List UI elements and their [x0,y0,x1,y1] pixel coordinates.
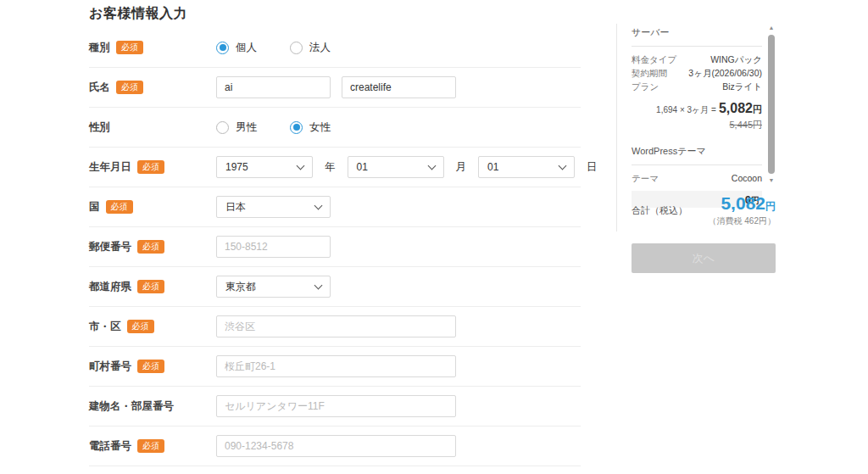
row-label: テーマ [632,172,659,185]
town-input[interactable] [216,355,456,377]
city-control [216,315,456,337]
form-row-town: 町村番号 必須 [89,347,581,387]
required-badge: 必須 [137,240,164,254]
select-value: 01 [487,161,498,173]
scroll-down-icon[interactable]: ▼ [767,176,776,185]
field-label: 生年月日 [89,160,131,175]
radio-label: 女性 [309,120,331,135]
tax-note: （消費税 462円） [709,215,776,227]
phone-control [216,435,456,457]
field-label: 性別 [89,120,110,135]
city-input[interactable] [216,315,456,337]
sidebar-scrollbar[interactable]: ▲ ▼ [767,24,776,185]
summary-row: 料金タイプ WINGパック [632,53,762,66]
summary-content: サーバー 料金タイプ WINGパック 契約期間 3ヶ月(2026/06/30) … [632,24,776,208]
field-label: 氏名 [89,81,110,95]
birth-day-select[interactable]: 01 [478,156,575,178]
field-label-group: 市・区 必須 [89,320,216,334]
total-price: 5,082円 [709,193,776,214]
order-summary-sidebar: サーバー 料金タイプ WINGパック 契約期間 3ヶ月(2026/06/30) … [632,0,776,474]
summary-row: テーマ Cocoon [632,172,762,185]
radio-selected-icon [216,42,229,54]
radio-label: 法人 [309,41,331,55]
building-input[interactable] [216,395,456,417]
country-select[interactable]: 日本 [216,196,331,218]
field-label-group: 生年月日 必須 [89,160,216,175]
field-label-group: 性別 [89,120,216,135]
type-radio-group: 個人 法人 [216,41,353,55]
summary-row: プラン Bizライト [632,81,762,93]
total-price-block: 5,082円 （消費税 462円） [709,193,776,227]
next-button[interactable]: 次へ [632,243,776,273]
radio-unselected-icon [290,42,303,54]
customer-info-form: お客様情報入力 種別 必須 個人 法人 [89,5,581,466]
field-label: 都道府県 [89,280,131,294]
field-label-group: 建物名・部屋番号 [89,399,216,414]
prefecture-control: 東京都 [216,276,331,298]
required-badge: 必須 [137,439,164,453]
radio-option-male[interactable]: 男性 [216,120,257,135]
birth-year-select[interactable]: 1975 [216,156,313,178]
chevron-down-icon [297,162,305,170]
wordpress-section-title: WordPressテーマ [632,142,762,165]
row-value: Bizライト [722,81,762,93]
field-label: 種別 [89,41,110,55]
field-label: 国 [89,200,100,215]
total-unit: 円 [765,200,776,212]
radio-label: 男性 [236,120,257,135]
required-badge: 必須 [127,320,154,333]
chevron-down-icon [314,282,323,290]
server-detail-rows: 料金タイプ WINGパック 契約期間 3ヶ月(2026/06/30) プラン B… [632,53,762,93]
server-price-unit: 円 [753,104,762,114]
wordpress-detail-rows: テーマ Cocoon [632,172,762,185]
first-name-input[interactable] [342,76,456,98]
chevron-down-icon [314,202,323,210]
scrollbar-thumb[interactable] [768,35,775,174]
gender-radio-group: 男性 女性 [216,120,353,135]
name-inputs [216,76,456,98]
select-value: 日本 [225,200,246,215]
original-price: 5,445円 [632,119,762,131]
form-row-prefecture: 都道府県 必須 東京都 [89,267,581,307]
town-control [216,355,456,377]
radio-unselected-icon [216,121,229,134]
field-label-group: 郵便番号 必須 [89,240,216,254]
chevron-down-icon [559,162,567,170]
month-unit-label: 月 [456,160,467,175]
row-value: 3ヶ月(2026/06/30) [688,67,762,80]
field-label: 郵便番号 [89,240,131,254]
day-unit-label: 日 [587,160,598,175]
summary-scroll-area[interactable]: サーバー 料金タイプ WINGパック 契約期間 3ヶ月(2026/06/30) … [632,24,776,185]
radio-selected-icon [290,121,303,134]
select-value: 東京都 [225,280,256,294]
row-value: WINGパック [710,53,762,66]
chevron-down-icon [427,162,436,170]
form-row-gender: 性別 男性 女性 [89,108,581,148]
required-badge: 必須 [106,200,133,214]
field-label: 電話番号 [89,439,131,454]
radio-option-female[interactable]: 女性 [290,120,331,135]
required-badge: 必須 [137,280,164,293]
field-label: 建物名・部屋番号 [89,399,174,414]
radio-option-individual[interactable]: 個人 [216,41,257,55]
total-section: 合計（税込） 5,082円 （消費税 462円） [632,193,776,227]
row-label: 契約期間 [632,67,667,80]
scroll-up-icon[interactable]: ▲ [767,24,776,32]
customer-info-page: お客様情報入力 種別 必須 個人 法人 [0,0,868,474]
birth-month-select[interactable]: 01 [348,156,444,178]
total-label: 合計（税込） [632,204,687,217]
form-row-country: 国 必須 日本 [89,187,581,227]
field-label-group: 電話番号 必須 [89,439,216,454]
phone-input[interactable] [216,435,456,457]
form-row-city: 市・区 必須 [89,307,581,347]
last-name-input[interactable] [216,76,331,98]
form-rows: 種別 必須 個人 法人 氏名 必須 [89,28,581,466]
radio-option-corporate[interactable]: 法人 [290,41,331,55]
server-price: 5,082 [719,101,753,115]
prefecture-select[interactable]: 東京都 [216,276,331,298]
field-label-group: 都道府県 必須 [89,280,216,294]
field-label-group: 種別 必須 [89,41,216,55]
postal-code-input[interactable] [216,236,331,258]
page-title: お客様情報入力 [89,5,581,23]
server-price-calc: 1,694 × 3ヶ月 =5,082円 [632,101,762,116]
